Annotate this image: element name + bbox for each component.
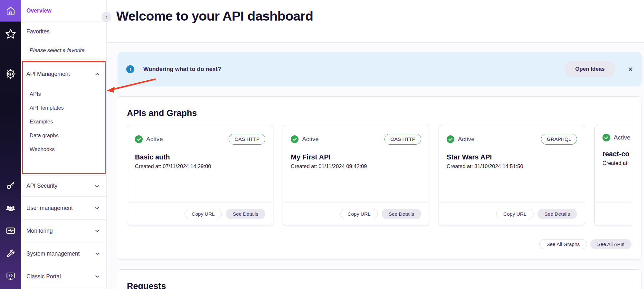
sidebar-collapse-button[interactable]: ‹ [101,12,111,22]
page-title: Welcome to your API dashboard [107,0,644,24]
api-card-body: Active react-co Created at: [595,125,631,203]
chevron-up-icon [95,72,100,77]
apis-and-graphs-section: APIs and Graphs Active OAS HTTP Basic au… [117,96,641,259]
sidebar-item-label: Monitoring [26,228,53,234]
api-created-at: Created at: 31/10/2024 14:51:50 [447,163,577,169]
sidebar-group-collapsed[interactable]: Classic Portal [21,265,106,288]
api-name: Basic auth [135,153,265,161]
sidebar-section-favorites: Favorites Please select a favorite [21,22,106,60]
sidebar-subitem[interactable]: Webhooks [26,142,100,156]
sidebar-group-collapsed[interactable]: Monitoring [21,220,106,242]
api-card-footer: Copy URL See Details [127,203,273,225]
section-footer-buttons: See All Graphs See All APIs [539,239,631,249]
api-name: My First API [291,153,421,161]
rail-item-user-management[interactable] [0,203,21,213]
copy-url-button[interactable]: Copy URL [340,209,378,219]
api-created-at: Created at: [602,160,631,166]
api-created-at: Created at: 07/11/2024 14:29:00 [135,163,265,169]
sidebar-subitem-label: Webhooks [30,146,55,152]
sidebar-subitem-label: Data graphs [30,132,59,139]
rail-item-system-management[interactable] [0,248,21,259]
api-type-badge: GRAPHQL [541,134,577,145]
home-icon [5,6,16,16]
icon-rail [0,0,21,289]
info-icon: ! [126,65,134,73]
see-all-apis-button[interactable]: See All APIs [590,239,631,249]
api-card-footer: Copy URL See Details [439,203,585,225]
status-check-icon [291,135,298,143]
api-card-footer: Copy URL See Details [595,203,631,225]
see-details-button[interactable]: See Details [537,209,577,219]
chevron-down-icon [95,251,100,256]
chevron-down-icon [95,205,100,211]
copy-url-button[interactable]: Copy URL [185,209,222,219]
rail-item-home[interactable] [0,0,21,22]
api-created-at: Created at: 01/11/2024 09:42:09 [291,163,421,169]
sidebar-group-collapsed[interactable]: System management [21,242,106,265]
main-content: Welcome to your API dashboard ! Wonderin… [107,0,644,289]
section-title: APIs and Graphs [117,97,641,118]
sidebar-item-overview[interactable]: Overview [21,0,106,22]
api-name: react-co [602,150,631,158]
rail-item-monitoring[interactable] [0,226,21,236]
sidebar-subitem[interactable]: Examples [26,115,100,129]
sidebar-group-api-management: API Management APIs API Templates Exampl… [21,60,106,176]
chevron-down-icon [95,274,100,279]
rail-item-classic-portal[interactable] [0,271,21,282]
chevron-down-icon [95,184,100,189]
sidebar-subitem[interactable]: Data graphs [26,129,100,142]
status-badge: Active [302,136,319,143]
users-icon [5,203,16,213]
monitor-code-icon [5,271,16,282]
api-management-submenu: APIs API Templates Examples Data graphs … [26,87,100,156]
sidebar-item-label: API Management [26,71,70,77]
sidebar-subitem-label: APIs [30,91,41,97]
sidebar-collapsed-groups: API Security User management Monitoring [21,176,106,288]
sidebar-item-label: Overview [26,7,52,14]
api-card-body: Active OAS HTTP My First API Created at:… [283,125,429,203]
rail-item-api-security[interactable] [0,180,21,190]
monitor-pulse-icon [5,226,16,236]
sidebar-subitem[interactable]: APIs [26,87,100,101]
close-icon[interactable]: ✕ [628,66,633,72]
status-check-icon [602,134,610,141]
section-title: Requests [117,270,641,289]
api-type-badge: OAS HTTP [229,134,265,145]
requests-section: Requests [117,269,641,289]
sidebar-item-label: User management [26,205,73,212]
sidebar-subitem-label: API Templates [30,105,64,111]
see-details-button[interactable]: See Details [382,209,421,219]
api-cards-row: Active OAS HTTP Basic auth Created at: 0… [127,125,631,227]
sidebar-item-label: Classic Portal [26,273,61,280]
status-check-icon [447,135,454,143]
api-card-footer: Copy URL See Details [283,203,429,225]
wrench-icon [5,248,16,259]
api-card: Active react-co Created at: Copy URL See… [594,125,631,225]
sidebar-item-label: System management [26,250,80,257]
sidebar-group-collapsed[interactable]: API Security [21,176,106,197]
sidebar-item-api-management[interactable]: API Management [26,71,100,77]
api-card: Active OAS HTTP Basic auth Created at: 0… [127,125,273,225]
status-badge: Active [458,136,475,143]
status-badge: Active [614,134,630,141]
copy-url-button[interactable]: Copy URL [496,209,534,219]
chevron-down-icon [95,228,100,233]
sidebar-item-favorites[interactable]: Favorites [26,28,101,35]
open-ideas-button[interactable]: Open Ideas [564,61,615,77]
api-card: Active GRAPHQL Star Wars API Created at:… [439,125,585,225]
favorites-empty-hint: Please select a favorite [30,47,101,53]
see-all-graphs-button[interactable]: See All Graphs [539,239,587,249]
api-card: Active OAS HTTP My First API Created at:… [283,125,429,225]
gear-code-icon [5,68,16,79]
see-details-button[interactable]: See Details [226,209,265,219]
api-type-badge: OAS HTTP [384,134,421,145]
chevron-left-icon: ‹ [105,14,108,20]
status-badge: Active [146,136,163,143]
api-card-body: Active GRAPHQL Star Wars API Created at:… [439,125,585,203]
sidebar-subitem[interactable]: API Templates [26,101,100,115]
rail-item-favorites[interactable] [0,28,21,39]
sidebar-item-label: API Security [26,183,57,189]
api-name: Star Wars API [447,153,577,161]
rail-item-api-management[interactable] [0,68,21,79]
sidebar-group-collapsed[interactable]: User management [21,197,106,220]
